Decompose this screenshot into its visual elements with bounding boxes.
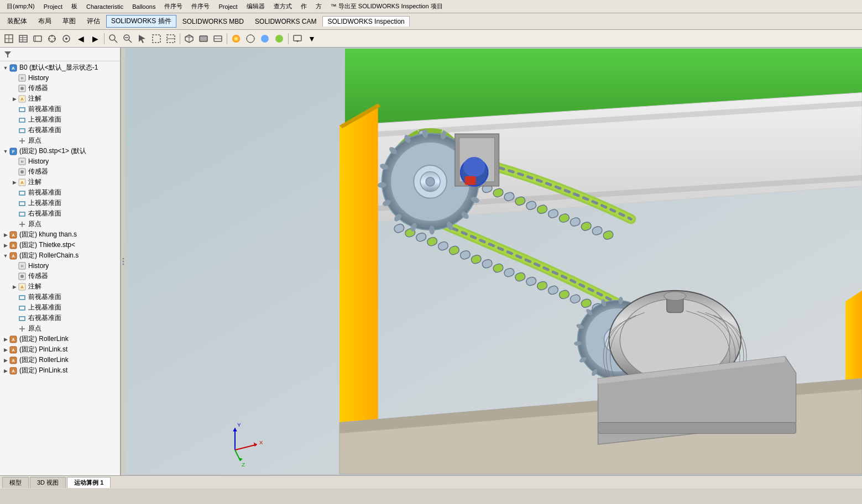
menu-partno1[interactable]: 件序号 [160, 2, 187, 11]
btn-sw-plugins[interactable]: SOLIDWORKS 插件 [106, 15, 176, 28]
label-b0stp: (固定) B0.stp<1> (默认 [19, 146, 86, 156]
tree-item-right1[interactable]: ▶ 右视基准面 [0, 125, 120, 135]
svg-rect-78 [19, 317, 25, 321]
tree-item-rollerlink1[interactable]: ▶ A (固定) RollerLink [0, 334, 120, 344]
expand-b0stp[interactable]: ▼ [2, 148, 9, 155]
btn-sw-cam[interactable]: SOLIDWORKS CAM [250, 16, 321, 27]
tree-item-origin1[interactable]: ▶ 原点 [0, 135, 120, 146]
tree-item-top2[interactable]: ▶ 上视基准面 [0, 198, 120, 208]
icon-select1[interactable] [150, 32, 163, 45]
tab-motion1[interactable]: 运动算例 1 [67, 477, 111, 488]
tree-item-sensor1[interactable]: ▶ 传感器 [0, 83, 120, 93]
svg-rect-34 [294, 35, 301, 41]
icon-prev[interactable]: ◀ [74, 32, 87, 45]
svg-point-73 [20, 275, 24, 278]
tree-item-origin3[interactable]: ▶ 原点 [0, 323, 120, 334]
icon-display2[interactable] [211, 32, 224, 45]
tree-item-b0-root[interactable]: ▼ A B0 (默认<默认_显示状态-1 [0, 62, 120, 73]
menu-partno2[interactable]: 件序号 [187, 2, 214, 11]
icon-select2[interactable] [164, 32, 177, 45]
icon-color2[interactable] [258, 32, 271, 45]
icon-search2[interactable] [121, 32, 134, 45]
icon-monitor[interactable] [291, 32, 304, 45]
expand-annot1[interactable]: ▶ [11, 96, 18, 102]
tree-item-right2[interactable]: ▶ 右视基准面 [0, 208, 120, 219]
tree-item-thietke[interactable]: ▶ A (固定) Thietke.stp< [0, 240, 120, 250]
icon-top1 [18, 116, 27, 124]
collapse-handle[interactable] [121, 48, 125, 475]
btn-sw-inspection[interactable]: SOLIDWORKS Inspection [322, 16, 409, 27]
menu-edit[interactable]: 目(amp;N) [2, 2, 39, 11]
menu-export[interactable]: ™ 导出至 SOLIDWORKS Inspection 项目 [326, 2, 447, 11]
filter-icon[interactable] [2, 49, 13, 60]
svg-text:A: A [20, 285, 24, 290]
icon-layers[interactable] [31, 32, 44, 45]
icon-halfmoon[interactable] [244, 32, 257, 45]
svg-text:A: A [20, 180, 24, 185]
label-right1: 右视基准面 [28, 125, 61, 135]
tree-item-origin2[interactable]: ▶ 原点 [0, 219, 120, 229]
tree-item-khung[interactable]: ▶ A (固定) khung than.s [0, 229, 120, 240]
svg-rect-7 [34, 36, 41, 41]
icon-cursor[interactable] [135, 32, 149, 45]
tree-item-sensor2[interactable]: ▶ 传感器 [0, 166, 120, 177]
menu-action[interactable]: 作 [296, 2, 311, 11]
tree-item-b0stp[interactable]: ▼ P (固定) B0.stp<1> (默认 [0, 146, 120, 156]
expand-b0-root[interactable]: ▼ [2, 65, 9, 71]
menu-project2[interactable]: Project [214, 3, 242, 10]
svg-point-175 [463, 157, 485, 177]
icon-target[interactable] [45, 32, 59, 45]
icon-cube1[interactable] [182, 32, 196, 45]
tree-item-front2[interactable]: ▶ 前视基准面 [0, 187, 120, 198]
expand-rollerchain[interactable]: ▼ [2, 253, 9, 259]
label-right2: 右视基准面 [28, 209, 61, 218]
btn-evaluate[interactable]: 评估 [82, 15, 105, 28]
tree-item-right3[interactable]: ▶ 右视基准面 [0, 313, 120, 323]
menu-balloons[interactable]: Balloons [128, 3, 160, 10]
svg-text:A: A [12, 66, 15, 71]
icon-rotate[interactable] [2, 32, 15, 45]
menu-square[interactable]: 方 [311, 2, 326, 11]
tree-item-top3[interactable]: ▶ 上视基准面 [0, 302, 120, 313]
tab-model[interactable]: 模型 [2, 477, 29, 488]
icon-table[interactable] [17, 32, 30, 45]
tree-item-annot3[interactable]: ▶ A 注解 [0, 281, 120, 292]
menu-characteristic[interactable]: Characteristic [82, 3, 128, 10]
tree-item-top1[interactable]: ▶ 上视基准面 [0, 114, 120, 125]
separator3 [227, 33, 227, 44]
icon-color1[interactable] [229, 32, 243, 45]
tab-3dview[interactable]: 3D 视图 [30, 477, 66, 488]
tree-item-annot2[interactable]: ▶ A 注解 [0, 177, 120, 187]
icon-circle-dot[interactable] [60, 32, 73, 45]
tree-item-rollerlink2[interactable]: ▶ A (固定) RollerLink [0, 355, 120, 365]
feature-tree-panel: ▼ A B0 (默认<默认_显示状态-1 ▶ H [0, 48, 121, 475]
icon-b0stp: P [9, 147, 18, 156]
tree-item-front1[interactable]: ▶ 前视基准面 [0, 104, 120, 114]
tree-item-sensor3[interactable]: ▶ 传感器 [0, 271, 120, 281]
label-annot1: 注解 [28, 94, 41, 103]
icon-more[interactable]: ▼ [305, 32, 318, 45]
btn-assembly[interactable]: 装配体 [2, 15, 32, 28]
icon-top3 [18, 303, 27, 312]
tree-item-history1[interactable]: ▶ H History [0, 73, 120, 83]
menu-project[interactable]: Project [39, 3, 67, 10]
icon-color3[interactable] [273, 32, 286, 45]
icon-search1[interactable] [107, 32, 120, 45]
tree-item-rollerchain[interactable]: ▼ A (固定) RollerChain.s [0, 250, 120, 261]
btn-layout[interactable]: 布局 [33, 15, 56, 28]
tree-item-pinlink1[interactable]: ▶ A (固定) PinLink.st [0, 344, 120, 355]
tree-item-front3[interactable]: ▶ 前视基准面 [0, 292, 120, 302]
tree-item-pinlink2[interactable]: ▶ A (固定) PinLink.st [0, 365, 120, 376]
label-rollerlink1: (固定) RollerLink [19, 334, 69, 344]
menu-view[interactable]: 查方式 [269, 2, 296, 11]
tree-item-history3[interactable]: ▶ H History [0, 261, 120, 271]
btn-sw-mbd[interactable]: SOLIDWORKS MBD [177, 16, 249, 27]
icon-display1[interactable] [197, 32, 210, 45]
viewport[interactable]: Y X Z [125, 48, 862, 475]
menu-board[interactable]: 板 [67, 2, 82, 11]
tree-item-history2[interactable]: ▶ H History [0, 156, 120, 166]
menu-editor[interactable]: 编辑器 [242, 2, 269, 11]
icon-next[interactable]: ▶ [88, 32, 102, 45]
btn-sketch[interactable]: 草图 [58, 15, 81, 28]
tree-item-annot1[interactable]: ▶ A 注解 [0, 93, 120, 104]
